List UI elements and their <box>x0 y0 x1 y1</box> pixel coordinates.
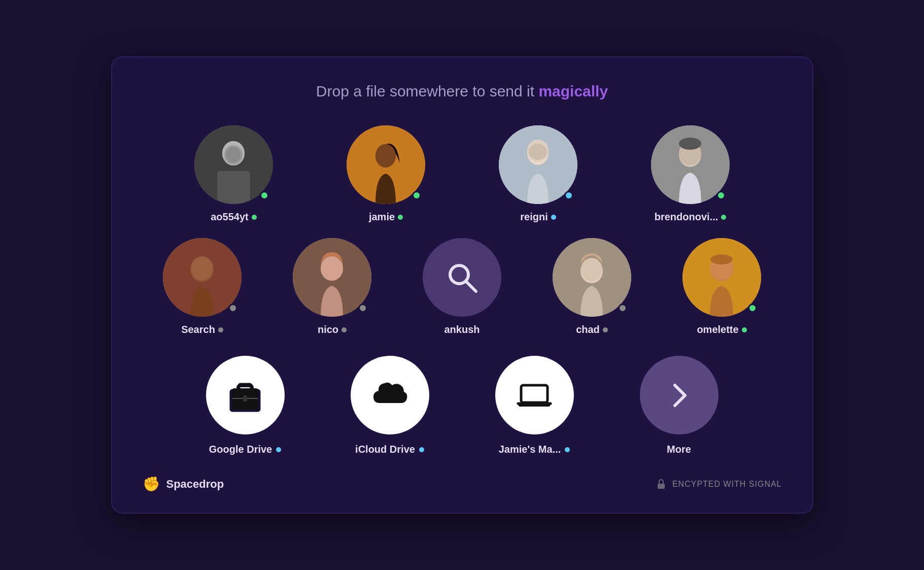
svg-point-19 <box>191 256 213 281</box>
svg-rect-42 <box>658 484 665 489</box>
avatar-wrap-ankush <box>293 238 371 317</box>
app-window: Drop a file somewhere to send it magical… <box>112 57 812 513</box>
svg-line-24 <box>466 281 476 291</box>
security-badge: ENCYPTED WITH SIGNAL <box>655 478 782 490</box>
contact-name-nico: Search <box>181 324 223 336</box>
service-more[interactable]: More <box>612 356 746 455</box>
svg-point-31 <box>710 254 733 264</box>
avatar-wrap-nico <box>163 238 242 317</box>
contact-name-chad: chad <box>576 324 608 336</box>
inline-status-brendon <box>721 215 726 220</box>
search-icon <box>444 260 480 295</box>
svg-point-8 <box>375 144 396 167</box>
contact-name-brendon: brendonovi... <box>655 211 727 223</box>
headline-prefix: Drop a file somewhere to send it <box>316 83 539 99</box>
contact-name-ao554yt: ao554yt <box>211 211 257 223</box>
avatar-wrap-omelette <box>682 238 761 317</box>
service-status-google-drive <box>276 447 281 452</box>
service-status-jamies-mac <box>565 447 570 452</box>
laptop-icon <box>514 375 555 416</box>
google-drive-circle <box>206 356 285 434</box>
brand-name: Spacedrop <box>166 478 224 491</box>
jamies-mac-circle <box>495 356 574 434</box>
svg-rect-40 <box>521 385 547 403</box>
status-dot-omelette <box>748 304 757 313</box>
icloud-drive-circle <box>351 356 429 434</box>
contact-name-reigni: reigni <box>520 211 556 223</box>
search-circle <box>423 238 501 317</box>
status-dot-nico <box>228 304 237 313</box>
contact-ao554yt[interactable]: ao554yt <box>163 125 305 223</box>
contact-brendon[interactable]: brendonovi... <box>620 125 762 223</box>
footer: ✊ Spacedrop ENCYPTED WITH SIGNAL <box>143 465 782 492</box>
avatar-wrap-brendon <box>651 125 730 204</box>
status-dot-jamie <box>412 191 421 200</box>
status-dot-ao554yt <box>260 191 269 200</box>
svg-point-27 <box>581 258 602 281</box>
svg-rect-2 <box>217 171 250 204</box>
search-label: ankush <box>444 324 480 336</box>
avatar-wrap-jamie <box>347 125 425 204</box>
svg-point-16 <box>679 138 701 150</box>
service-name-google-drive: Google Drive <box>209 444 281 455</box>
status-dot-reigni <box>564 191 573 200</box>
service-name-icloud-drive: iCloud Drive <box>355 444 424 455</box>
status-dot-chad <box>618 304 627 313</box>
contact-name-jamie: jamie <box>369 211 403 223</box>
headline-accent: magically <box>538 83 608 99</box>
contact-name-ankush: nico <box>318 324 347 336</box>
service-status-icloud-drive <box>419 447 424 452</box>
contact-ankush[interactable]: nico <box>272 238 392 336</box>
inline-status-ankush <box>341 327 347 332</box>
service-jamies-mac[interactable]: Jamie's Ma... <box>467 356 602 455</box>
icloud-drive-icon <box>369 375 410 416</box>
more-circle <box>640 356 718 434</box>
hand-icon: ✊ <box>143 476 160 492</box>
avatar-wrap-ao554yt <box>194 125 273 204</box>
chevron-right-icon <box>664 380 694 411</box>
inline-status-nico <box>218 327 223 332</box>
brand: ✊ Spacedrop <box>143 476 224 492</box>
search-avatar-wrap <box>423 238 501 317</box>
status-dot-ankush <box>358 304 367 313</box>
service-google-drive[interactable]: Google Drive <box>178 356 313 455</box>
search-button[interactable]: ankush <box>402 238 522 336</box>
headline: Drop a file somewhere to send it magical… <box>143 83 782 100</box>
service-name-more: More <box>667 444 691 455</box>
svg-point-5 <box>226 147 241 162</box>
service-name-jamies-mac: Jamie's Ma... <box>499 444 570 455</box>
status-dot-brendon <box>716 191 726 200</box>
inline-status-chad <box>603 327 608 332</box>
avatar-wrap-reigni <box>499 125 577 204</box>
security-label: ENCYPTED WITH SIGNAL <box>672 480 782 489</box>
svg-rect-39 <box>243 395 247 401</box>
contact-omelette[interactable]: omelette <box>662 238 782 336</box>
services-grid: Google Drive iCloud Drive <box>143 356 782 455</box>
inline-status-ao554yt <box>252 215 257 220</box>
contact-name-omelette: omelette <box>697 324 746 336</box>
google-drive-icon <box>225 375 265 416</box>
service-icloud-drive[interactable]: iCloud Drive <box>323 356 457 455</box>
contact-nico[interactable]: Search <box>143 238 262 336</box>
contact-chad[interactable]: chad <box>532 238 652 336</box>
lock-icon <box>655 478 667 490</box>
contact-reigni[interactable]: reigni <box>467 125 609 223</box>
svg-point-22 <box>321 256 343 281</box>
inline-status-reigni <box>551 215 556 220</box>
inline-status-jamie <box>398 215 403 220</box>
inline-status-omelette <box>742 327 747 332</box>
svg-point-12 <box>529 144 547 160</box>
contact-jamie[interactable]: jamie <box>315 125 457 223</box>
avatar-wrap-chad <box>553 238 631 317</box>
